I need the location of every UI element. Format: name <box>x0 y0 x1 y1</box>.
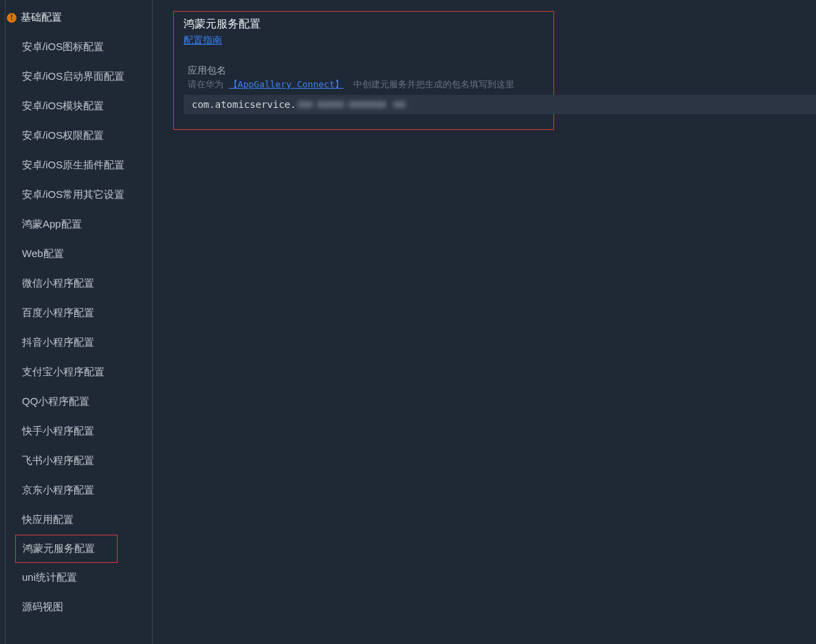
redacted-segment <box>349 101 386 108</box>
redacted-segment <box>317 101 344 108</box>
sidebar-item-label: 支付宝小程序配置 <box>22 366 104 377</box>
guide-link[interactable]: 配置指南 <box>184 34 222 45</box>
sidebar-item-label: 微信小程序配置 <box>22 277 94 289</box>
sidebar-item-label: Web配置 <box>22 247 64 259</box>
field-label: 应用包名 <box>184 65 544 77</box>
sidebar-item-label: 京东小程序配置 <box>22 484 94 496</box>
sidebar-item-label: QQ小程序配置 <box>22 395 89 407</box>
sidebar-item[interactable]: 微信小程序配置 <box>5 269 152 298</box>
sidebar-item[interactable]: 安卓/iOS图标配置 <box>5 32 152 62</box>
sidebar-item[interactable]: 安卓/iOS原生插件配置 <box>5 151 152 180</box>
sidebar-item-label: 快手小程序配置 <box>22 425 94 436</box>
appgallery-link[interactable]: 【AppGallery Connect】 <box>229 79 344 89</box>
package-name-input[interactable]: com.atomicservice. <box>184 95 816 114</box>
redacted-segment <box>393 101 406 108</box>
sidebar-item-label: 快应用配置 <box>22 513 74 525</box>
sidebar-item[interactable]: 抖音小程序配置 <box>5 328 152 357</box>
sidebar-item-label: 安卓/iOS图标配置 <box>22 41 104 52</box>
sidebar: ! 基础配置 安卓/iOS图标配置安卓/iOS启动界面配置安卓/iOS模块配置安… <box>5 0 153 644</box>
hint-suffix: 中创建元服务并把生成的包名填写到这里 <box>353 79 514 89</box>
sidebar-item-label: uni统计配置 <box>22 571 77 583</box>
left-gutter <box>0 0 5 644</box>
sidebar-item-label: 源码视图 <box>22 601 63 612</box>
sidebar-item[interactable]: 安卓/iOS启动界面配置 <box>5 62 152 91</box>
main-content: 鸿蒙元服务配置 配置指南 应用包名 请在华为 【AppGallery Conne… <box>153 0 816 644</box>
input-value-prefix: com.atomicservice. <box>192 99 296 110</box>
sidebar-item[interactable]: 安卓/iOS常用其它设置 <box>5 180 152 210</box>
redacted-segment <box>298 101 313 108</box>
sidebar-item[interactable]: 快手小程序配置 <box>5 417 152 446</box>
sidebar-item[interactable]: 京东小程序配置 <box>5 476 152 505</box>
config-panel: 鸿蒙元服务配置 配置指南 应用包名 请在华为 【AppGallery Conne… <box>173 11 554 130</box>
hint-row: 请在华为 【AppGallery Connect】 中创建元服务并把生成的包名填… <box>184 78 544 91</box>
sidebar-item-label: 鸿蒙App配置 <box>22 218 82 230</box>
sidebar-item[interactable]: 支付宝小程序配置 <box>5 357 152 387</box>
sidebar-item[interactable]: Web配置 <box>5 239 152 269</box>
sidebar-header-label: 基础配置 <box>21 11 62 24</box>
sidebar-item-label: 安卓/iOS原生插件配置 <box>22 159 124 170</box>
sidebar-item[interactable]: 百度小程序配置 <box>5 298 152 328</box>
sidebar-item-label: 百度小程序配置 <box>22 307 94 318</box>
hint-prefix: 请在华为 <box>188 79 223 89</box>
panel-title: 鸿蒙元服务配置 <box>184 17 544 32</box>
sidebar-item[interactable]: 快应用配置 <box>5 505 152 535</box>
sidebar-item[interactable]: 鸿蒙App配置 <box>5 210 152 239</box>
sidebar-item-label: 安卓/iOS启动界面配置 <box>22 70 124 82</box>
sidebar-item[interactable]: 飞书小程序配置 <box>5 446 152 476</box>
sidebar-item[interactable]: 安卓/iOS权限配置 <box>5 121 152 151</box>
sidebar-item-label: 抖音小程序配置 <box>22 336 94 348</box>
sidebar-item-label: 飞书小程序配置 <box>22 454 94 466</box>
sidebar-item-label: 安卓/iOS模块配置 <box>22 100 104 111</box>
sidebar-item-label: 鸿蒙元服务配置 <box>23 542 95 554</box>
warning-icon: ! <box>7 13 16 23</box>
sidebar-item[interactable]: 源码视图 <box>5 592 152 622</box>
sidebar-item[interactable]: 安卓/iOS模块配置 <box>5 91 152 121</box>
sidebar-item[interactable]: 鸿蒙元服务配置 <box>15 535 118 563</box>
sidebar-header[interactable]: ! 基础配置 <box>5 8 152 32</box>
sidebar-item[interactable]: uni统计配置 <box>5 563 152 592</box>
sidebar-item-label: 安卓/iOS权限配置 <box>22 129 104 141</box>
sidebar-item-label: 安卓/iOS常用其它设置 <box>22 188 124 200</box>
sidebar-item[interactable]: QQ小程序配置 <box>5 387 152 417</box>
